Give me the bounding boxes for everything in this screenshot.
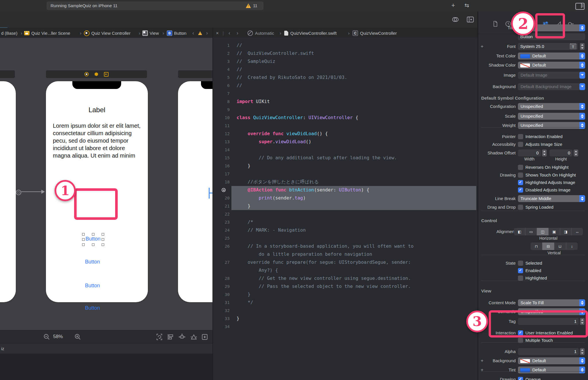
code-line[interactable]: 31 */ [213,298,477,307]
zoom-out-icon[interactable] [43,333,51,341]
breadcrumb-view-controller[interactable]: Quiz View Controller [84,28,130,38]
code-line[interactable]: 25 [213,234,477,242]
code-line[interactable]: 8import UIKit [213,98,477,106]
forward-icon[interactable]: › [237,28,238,38]
scene-body-label[interactable]: Lorem ipsum dolor sit er elit lamet, con… [53,122,143,159]
add-constraints-icon[interactable] [178,333,186,341]
checkbox-adjusts-image-size[interactable] [518,142,523,147]
ui-button-1[interactable]: Button [67,236,119,242]
source-editor[interactable]: 1//2// QuizViewController.swift3// Sampl… [213,38,477,380]
popup-chevrons-icon[interactable] [579,113,585,120]
code-line[interactable]: 11 [213,122,477,130]
code-line[interactable]: 9 [213,106,477,114]
code-line[interactable]: 21 } [213,202,477,210]
view-controller-dock-icon[interactable] [84,72,89,76]
code-line[interactable]: 13 super.viewDidLoad() [213,138,477,146]
code-line[interactable]: do a little preparation before navigatio… [213,250,477,258]
first-responder-icon[interactable] [94,72,98,76]
align-icon[interactable] [167,333,174,341]
popup-chevrons-icon[interactable] [579,103,585,110]
shadow-offset-height-field[interactable]: 0 [550,150,572,156]
ibaction-connection-icon[interactable] [222,188,226,192]
code-line[interactable]: 5// Created by RikutoSato on 2021/01/03. [213,73,477,82]
device-configuration-icon[interactable] [156,333,163,341]
shadow-offset-width-field[interactable]: 0 [518,150,541,156]
code-line[interactable]: 29 // Pass the selected object to the ne… [213,282,477,290]
clear-color-swatch[interactable] [520,63,530,68]
code-line[interactable]: 4// [213,65,477,73]
breadcrumb-symbol[interactable]: CQuizViewController [353,28,397,38]
entry-point-icon[interactable] [16,190,21,195]
breadcrumb-file[interactable]: QuizViewController.swift [284,28,336,38]
code-review-icon[interactable] [451,16,459,24]
popup-chevrons-icon[interactable] [579,83,585,90]
segment-horizontal-2[interactable]: ◫ [537,228,548,235]
code-line[interactable]: 3// SampleQuiz [213,57,477,65]
phone-screen-left[interactable] [0,81,16,302]
blue-color-swatch[interactable] [520,54,530,59]
editor-divider[interactable] [212,28,213,380]
storyboard-canvas[interactable]: Label Lorem ipsum dolor sit er elit lame… [0,38,213,330]
ui-button-3[interactable]: Button [67,283,118,289]
code-line[interactable]: 22 [213,210,477,218]
zoom-level[interactable]: 58% [53,334,63,340]
code-line[interactable]: 28 // Get the new view controller using … [213,274,477,282]
code-line[interactable]: 16 } [213,162,477,170]
code-line[interactable]: Any?) { [213,266,477,274]
popup-line-break[interactable]: Truncate Middle [518,195,585,202]
popup-content-mode[interactable]: Scale To Fill [518,299,585,306]
popup-text-color[interactable]: Default [518,53,585,59]
breadcrumb-automatic[interactable]: Automatic [247,28,274,38]
embed-icon[interactable] [201,333,208,341]
code-line[interactable]: 2// QuizViewController.swift [213,49,477,57]
text-field-alpha[interactable]: 1 [518,348,579,355]
clear-color-swatch[interactable] [520,359,530,363]
code-line[interactable]: 12 override func viewDidLoad() { [213,130,477,138]
checkbox-enabled[interactable] [518,268,523,273]
segment-vertical-0[interactable]: ⊓ [531,243,542,250]
next-issue-icon[interactable]: › [206,28,208,38]
popup-chevrons-icon[interactable] [579,195,585,202]
segment-vertical-2[interactable]: ⊔ [554,243,566,250]
scene-title-label[interactable]: Label [46,106,148,114]
swap-editor-icon[interactable]: ⇆ [465,2,469,9]
stepper[interactable] [574,150,578,156]
code-line[interactable]: @IBAction func btnAction(sender: UIButto… [213,186,477,194]
checkbox-highlighted-adjusts-image[interactable] [518,180,523,185]
stepper[interactable] [542,150,547,156]
code-line[interactable]: 1// [213,41,477,49]
exit-segue-icon[interactable] [104,72,109,77]
popup-shadow-color[interactable]: Default [518,62,585,69]
segment-horizontal-4[interactable]: ◨ [560,228,572,235]
code-line[interactable]: 17 [213,170,477,178]
popup-chevrons-icon[interactable] [579,72,585,79]
toggle-inspector-icon[interactable] [575,3,585,10]
checkbox-spring-loaded[interactable] [518,205,523,210]
code-line[interactable]: 24 // MARK: - Navigation [213,226,477,234]
code-line[interactable]: 18 //ボタンを押したときに呼ばれる [213,178,477,186]
popup-chevrons-icon[interactable] [579,357,585,364]
popup-scale[interactable]: Unspecified [518,113,585,120]
checkbox-reverses-on-highlight[interactable] [518,165,523,170]
popup-configuration[interactable]: Unspecified [518,103,585,110]
code-line[interactable]: 7 [213,90,477,98]
image-popup-image[interactable]: Default Image [518,72,585,79]
popup-chevrons-icon[interactable] [579,299,585,306]
popup-background[interactable]: Default [518,357,585,364]
segment-horizontal-5[interactable]: ↔ [572,228,583,235]
segment-horizontal-3[interactable]: ▣ [549,228,560,235]
segment-vertical-1[interactable]: ⊟ [542,243,554,250]
code-line[interactable]: 33} [213,315,477,323]
code-line[interactable]: 6// [213,82,477,90]
add-editor-icon[interactable] [466,16,474,24]
close-editor-icon[interactable]: × [216,28,219,38]
code-line[interactable]: 34 [213,323,477,331]
zoom-in-icon[interactable] [74,333,82,341]
add-attribute-icon[interactable]: + [481,357,483,365]
prev-issue-icon[interactable]: ‹ [192,28,194,38]
image-popup-background[interactable]: Default Background Image [518,83,585,90]
stepper[interactable] [580,348,585,355]
code-line[interactable]: 32 [213,307,477,315]
add-attribute-icon[interactable]: + [481,43,483,50]
breadcrumb-storyboard[interactable]: d (Base) [1,28,18,38]
